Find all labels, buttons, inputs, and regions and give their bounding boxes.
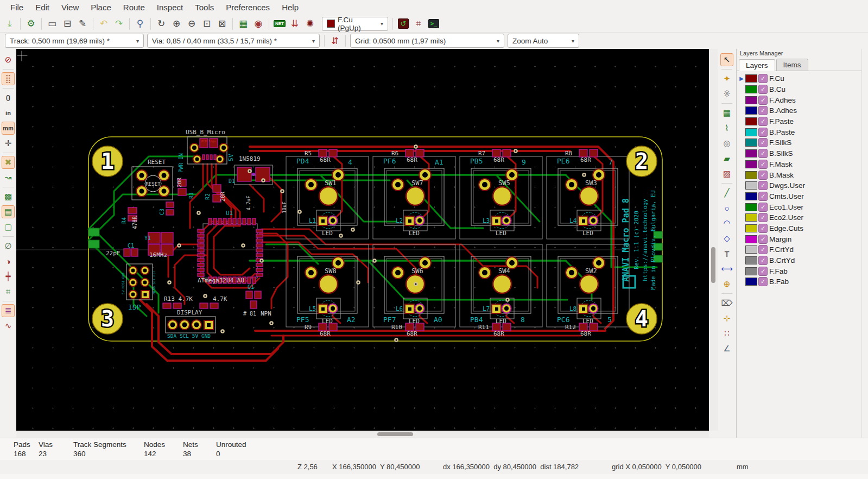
layer-color-swatch[interactable] (745, 96, 757, 104)
layer-color-swatch[interactable] (745, 160, 757, 168)
canvas-vertical-scrollbar[interactable] (709, 49, 718, 431)
add-text-button[interactable]: T (720, 247, 733, 260)
menu-file[interactable]: File (4, 0, 29, 15)
drc-off-button[interactable]: ⊘ (2, 53, 15, 66)
layer-row-f-adhes[interactable]: ▶✓F.Adhes (738, 94, 868, 105)
select-tool-button[interactable]: ↖ (720, 53, 733, 66)
pad-sketch-button[interactable]: ◑ (2, 255, 15, 268)
board-setup-button[interactable]: ⚙ (24, 17, 38, 31)
layer-visibility-checkbox[interactable]: ✓ (758, 96, 768, 105)
layer-visibility-checkbox[interactable]: ✓ (758, 138, 768, 147)
footprint-browser-button[interactable]: ◉ (251, 17, 265, 31)
layer-visibility-checkbox[interactable]: ✓ (758, 203, 768, 212)
curved-ratsnest-button[interactable]: ↝ (2, 171, 15, 184)
layer-row-f-fab[interactable]: ▶✓F.Fab (738, 266, 868, 276)
zoom-fit-button[interactable]: ⊡ (200, 17, 214, 31)
grid-visibility-button[interactable]: ⣿ (2, 72, 15, 85)
layer-color-swatch[interactable] (745, 256, 757, 264)
layer-row-eco2-user[interactable]: ▶✓Eco2.User (738, 212, 868, 223)
layer-color-swatch[interactable] (745, 267, 757, 275)
tab-items[interactable]: Items (776, 59, 808, 71)
pcb-canvas[interactable]: SW1L1LEDR568RPD44SW7L2LEDR668RPF6A1SW5L3… (16, 49, 709, 431)
layer-visibility-checkbox[interactable]: ✓ (758, 224, 768, 233)
add-via-button[interactable]: ◎ (720, 137, 733, 150)
add-circle-button[interactable]: ○ (720, 201, 733, 215)
drc-button[interactable]: ✺ (303, 17, 317, 31)
net-highlight-tool-button[interactable]: ↺ (396, 17, 410, 31)
layer-visibility-checkbox[interactable]: ✓ (758, 85, 768, 94)
via-size-select[interactable]: Via: 0,85 / 0,40 mm (33,5 / 15,7 mils) *… (147, 34, 320, 48)
layer-row-b-mask[interactable]: ▶✓B.Mask (738, 169, 868, 180)
layer-visibility-checkbox[interactable]: ✓ (758, 267, 768, 276)
layer-row-f-cu[interactable]: ▶✓F.Cu (738, 73, 868, 84)
local-ratsnest-button[interactable]: ※ (720, 87, 733, 100)
vscroll-thumb[interactable] (711, 247, 715, 283)
menu-inspect[interactable]: Inspect (151, 0, 189, 15)
layer-visibility-checkbox[interactable]: ✓ (758, 192, 768, 201)
layer-color-swatch[interactable] (745, 235, 757, 243)
layer-row-b-crtyd[interactable]: ▶✓B.CrtYd (738, 255, 868, 266)
polar-coordinates-button[interactable]: θ (2, 91, 15, 104)
find-button[interactable]: ⚲ (133, 17, 147, 31)
drill-place-origin-button[interactable]: ⊹ (720, 312, 733, 325)
layers-panel-scroll-strip[interactable] (861, 49, 868, 438)
layer-row-dwgs-user[interactable]: ▶✓Dwgs.User (738, 180, 868, 191)
layers-panel-toggle-button[interactable]: ≣ (2, 304, 15, 317)
add-arc-button[interactable]: ◠ (720, 217, 733, 230)
layer-row-f-crtyd[interactable]: ▶✓F.CrtYd (738, 244, 868, 255)
layer-color-swatch[interactable] (745, 117, 757, 125)
grid-select[interactable]: Grid: 0,0500 mm (1,97 mils)▾ (350, 34, 504, 48)
layer-visibility-checkbox[interactable]: ✓ (758, 171, 768, 180)
undo-button[interactable]: ↶ (97, 17, 111, 31)
zoom-select[interactable]: Zoom Auto▾ (508, 34, 579, 48)
layer-color-swatch[interactable] (745, 106, 757, 115)
plot-button[interactable]: ✎ (75, 17, 90, 31)
layer-visibility-checkbox[interactable]: ✓ (758, 149, 768, 158)
redo-button[interactable]: ↷ (112, 17, 126, 31)
layer-color-swatch[interactable] (745, 192, 757, 200)
layer-color-swatch[interactable] (745, 74, 757, 83)
open-schematic-button[interactable]: ⌗ (411, 17, 426, 31)
units-mm-button[interactable]: mm (2, 122, 15, 135)
layer-visibility-checkbox[interactable]: ✓ (758, 277, 768, 286)
add-dimension-button[interactable]: ⟷ (720, 262, 733, 275)
layer-color-swatch[interactable] (745, 171, 757, 179)
refresh-view-button[interactable]: ↻ (154, 17, 168, 31)
hscroll-thumb[interactable] (377, 432, 413, 436)
layer-color-swatch[interactable] (745, 245, 757, 254)
page-settings-button[interactable]: ▭ (45, 17, 59, 31)
footprint-editor-button[interactable]: ▦ (236, 17, 250, 31)
route-tracks-button[interactable]: ⌇ (720, 122, 733, 135)
layer-visibility-checkbox[interactable]: ✓ (758, 74, 768, 83)
layer-row-f-silks[interactable]: ▶✓F.SilkS (738, 137, 868, 148)
zone-fill-button[interactable]: ▩ (2, 190, 15, 203)
menu-preferences[interactable]: Preferences (220, 0, 276, 15)
layer-visibility-checkbox[interactable]: ✓ (758, 117, 768, 126)
menu-tools[interactable]: Tools (189, 0, 220, 15)
layer-selector[interactable]: F.Cu (PgUp)▾ (322, 17, 388, 31)
layer-color-swatch[interactable] (745, 278, 757, 286)
layer-visibility-checkbox[interactable]: ✓ (758, 128, 768, 137)
layer-visibility-checkbox[interactable]: ✓ (758, 106, 768, 115)
ratsnest-visibility-button[interactable]: ✖ (2, 156, 15, 169)
auto-track-width-button[interactable]: ⇵ (328, 34, 342, 48)
layer-row-b-adhes[interactable]: ▶✓B.Adhes (738, 105, 868, 116)
track-width-select[interactable]: Track: 0,500 mm (19,69 mils) *▾ (5, 34, 144, 48)
scripting-console-button[interactable]: >_ (427, 17, 441, 31)
cursor-shape-button[interactable]: ✛ (2, 137, 15, 150)
highlight-net-button[interactable]: ✦ (720, 72, 733, 85)
zone-nofill-button[interactable]: ▢ (2, 220, 15, 234)
layer-color-swatch[interactable] (745, 224, 757, 232)
layer-color-swatch[interactable] (745, 128, 757, 136)
track-clearance-button[interactable]: ⌗ (2, 285, 15, 298)
save-button[interactable]: ⤓ (3, 17, 17, 31)
layer-row-edge-cuts[interactable]: ▶✓Edge.Cuts (738, 223, 868, 234)
layer-visibility-checkbox[interactable]: ✓ (758, 160, 768, 169)
menu-route[interactable]: Route (117, 0, 151, 15)
zoom-selection-button[interactable]: ⊠ (215, 17, 229, 31)
layer-visibility-checkbox[interactable]: ✓ (758, 213, 768, 222)
layer-row-f-paste[interactable]: ▶✓F.Paste (738, 116, 868, 127)
add-line-button[interactable]: ╱ (720, 186, 733, 199)
layer-color-swatch[interactable] (745, 181, 757, 190)
layer-row-f-mask[interactable]: ▶✓F.Mask (738, 159, 868, 170)
